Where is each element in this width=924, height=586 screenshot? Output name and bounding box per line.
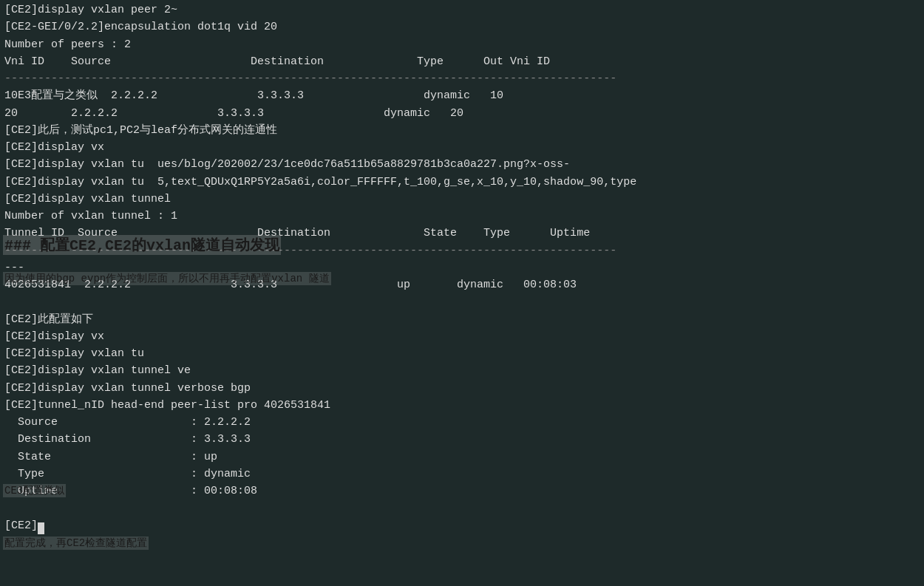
- terminal-line: Type : dynamic: [4, 466, 920, 483]
- terminal-line: Source : 2.2.2.2: [4, 414, 920, 431]
- terminal-line: [CE2]display vxlan tu ues/blog/202002/23…: [4, 156, 920, 173]
- terminal-line: [CE2-GEI/0/2.2]encapsulation dot1q vid 2…: [4, 18, 920, 35]
- terminal-line: [CE2]display vxlan tunnel verbose bgp: [4, 380, 920, 397]
- terminal-line: Uptime : 00:08:08: [4, 483, 920, 500]
- terminal-line: [CE2]display vxlan peer 2~: [4, 1, 920, 18]
- terminal-line: [CE2]此后，测试pc1,PC2与leaf分布式网关的连通性: [4, 122, 920, 139]
- terminal-separator: ----------------------------------------…: [4, 70, 920, 87]
- terminal-line: Vni ID Source Destination Type Out Vni I…: [4, 53, 920, 70]
- terminal-line: Number of vxlan tunnel : 1: [4, 208, 920, 225]
- terminal-separator: ----------------------------------------…: [4, 242, 920, 259]
- terminal-line: [CE2]display vxlan tu: [4, 345, 920, 362]
- terminal-line: 4026531841 2.2.2.2 3.3.3.3 up dynamic 00…: [4, 276, 920, 293]
- terminal-line: State : up: [4, 449, 920, 466]
- terminal-line: [CE2]display vx: [4, 139, 920, 156]
- terminal-line: [CE2]display vxlan tu 5,text_QDUxQ1RP5Y2…: [4, 174, 920, 191]
- terminal-line: [CE2]tunnel_nID head-end peer-list pro 4…: [4, 397, 920, 414]
- terminal-line: 20 2.2.2.2 3.3.3.3 dynamic 20: [4, 105, 920, 122]
- annotation-check-tunnel: 配置完成，再CE2检查隧道配置: [3, 536, 149, 550]
- terminal-line: [CE2]display vxlan tunnel ve: [4, 362, 920, 379]
- terminal-window: [CE2]display vxlan peer 2~ [CE2-GEI/0/2.…: [0, 0, 924, 586]
- terminal-line: [CE2]display vx: [4, 328, 920, 345]
- terminal-line: [4, 500, 920, 517]
- terminal-line: [4, 293, 920, 310]
- terminal-line: Destination : 3.3.3.3: [4, 431, 920, 448]
- terminal-content: [CE2]display vxlan peer 2~ [CE2-GEI/0/2.…: [0, 0, 924, 536]
- terminal-prompt[interactable]: [CE2]: [4, 517, 920, 534]
- terminal-line: Number of peers : 2: [4, 36, 920, 53]
- terminal-line: [CE2]display vxlan tunnel: [4, 191, 920, 208]
- terminal-line: ---: [4, 259, 920, 276]
- terminal-header-line: Tunnel ID Source Destination State Type …: [4, 225, 920, 242]
- terminal-line: [CE2]此配置如下: [4, 311, 920, 328]
- terminal-line: 10E3配置与之类似 2.2.2.2 3.3.3.3 dynamic 10: [4, 87, 920, 104]
